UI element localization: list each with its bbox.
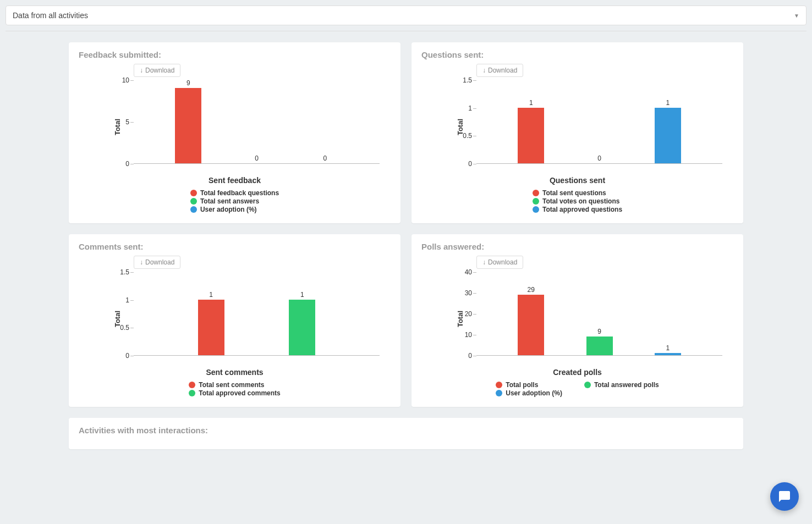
y-tick-label: 1 [468,104,476,112]
y-tick-label: 0.5 [463,132,476,140]
divider [6,31,806,31]
legend-label: User adoption (%) [200,206,257,213]
legend-item: Total feedback questions [190,189,279,197]
download-button[interactable]: ↓Download [134,64,180,77]
y-tick-label: 20 [465,310,476,318]
bar: 1 [288,291,316,355]
y-tick-label: 30 [465,289,476,297]
y-tick-label: 1.5 [120,268,134,276]
download-icon: ↓ [140,67,143,74]
legend-item: Total answered polls [584,381,659,389]
card-comments: Comments sent:↓DownloadTotal00.511.511Se… [69,234,400,407]
legend-dot-icon [496,382,502,388]
card-title: Questions sent: [421,50,733,59]
plot: 0102030402991 [476,272,722,356]
activity-selector[interactable]: Data from all activities ▼ [6,5,806,25]
bar: 1 [517,99,545,163]
legend-item: Total approved comments [189,389,280,397]
legend-dot-icon [190,206,197,213]
bar-value-label: 9 [597,328,601,335]
legend-dot-icon [533,206,539,213]
bar-value-label: 29 [528,286,535,294]
legend-item: Total approved questions [533,206,622,213]
download-button[interactable]: ↓Download [476,64,523,77]
bars-container: 2991 [476,272,722,355]
legend-item: Total polls [496,381,562,389]
legend: Total pollsUser adoption (%)Total answer… [421,381,733,397]
legend-label: Total sent answers [200,197,259,205]
y-tick-label: 10 [122,76,134,84]
y-tick-label: 5 [125,118,134,126]
card-activities-most-interactions: Activities with most interactions: [69,418,743,449]
legend: Total feedback questionsTotal sent answe… [79,189,391,213]
legend-item: Total sent questions [533,189,622,197]
bar-rect [518,108,544,163]
card-questions: Questions sent:↓DownloadTotal00.511.5101… [412,42,743,223]
legend-label: Total approved questions [542,206,622,213]
bar: 0 [243,155,271,163]
legend-label: Total sent questions [542,189,606,197]
y-tick-label: 10 [465,331,476,339]
bar: 9 [174,79,202,163]
activity-selector-value: Data from all activities [13,11,88,20]
legend-item: Total sent comments [189,381,280,389]
y-axis-label: Total [456,311,464,327]
plot: 0510900 [134,80,380,164]
legend-dot-icon [190,198,197,205]
card-title: Activities with most interactions: [79,426,733,435]
x-axis-label: Questions sent [421,176,733,185]
bar: 1 [197,291,225,355]
legend-label: Total sent comments [199,381,264,389]
bar: 0 [311,155,339,163]
bar-value-label: 9 [186,79,190,87]
chart-area: Total00.511.511 [79,272,391,366]
legend-item: User adoption (%) [190,206,279,213]
bar-rect [655,108,681,163]
bar-value-label: 0 [255,155,259,162]
plot: 00.511.511 [134,272,380,356]
chart-area: Total0102030402991 [421,272,733,366]
bar: 29 [517,286,545,355]
bars-container: 101 [476,80,722,163]
card-polls: Polls answered:↓DownloadTotal01020304029… [412,234,743,407]
bar: 1 [654,344,682,355]
card-title: Feedback submitted: [79,50,391,59]
bar-value-label: 1 [300,291,304,299]
bar: 9 [586,328,613,355]
legend: Total sent questionsTotal votes on quest… [421,189,733,213]
x-axis-label: Sent comments [79,368,391,377]
y-tick-label: 0 [468,160,476,168]
download-icon: ↓ [482,67,486,74]
bars-container: 11 [134,272,380,355]
chart-area: Total00.511.5101 [421,80,733,174]
bar-value-label: 0 [597,155,601,162]
bar-rect [586,337,613,355]
bars-container: 900 [134,80,380,163]
legend-label: Total polls [506,381,538,389]
card-feedback: Feedback submitted:↓DownloadTotal0510900… [69,42,400,223]
y-tick-label: 1.5 [463,76,476,84]
legend-item: Total votes on questions [533,197,622,205]
plot: 00.511.5101 [476,80,722,164]
legend-item: User adoption (%) [496,389,562,397]
legend-dot-icon [533,198,539,205]
x-axis-label: Sent feedback [79,176,391,185]
download-label: Download [488,258,517,266]
legend-item: Total sent answers [190,197,279,205]
bar-rect [289,300,315,355]
bar: 0 [586,155,613,163]
legend-dot-icon [533,190,539,196]
legend-label: Total feedback questions [200,189,279,197]
download-button[interactable]: ↓Download [476,256,523,269]
download-button[interactable]: ↓Download [134,256,180,269]
bar-rect [518,295,544,355]
legend-label: Total answered polls [594,381,659,389]
bar-value-label: 1 [666,99,670,107]
bar-value-label: 1 [666,344,670,352]
bar-value-label: 1 [209,291,213,299]
download-label: Download [488,67,517,74]
card-title: Comments sent: [79,242,391,251]
y-tick-label: 1 [125,296,134,304]
download-icon: ↓ [140,258,143,266]
card-title: Polls answered: [421,242,733,251]
